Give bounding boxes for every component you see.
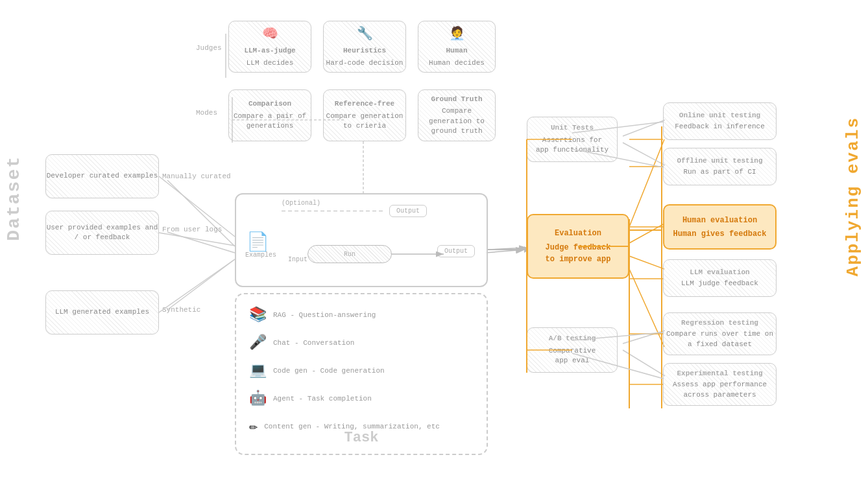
task-item-3: 🤖 Agent - Task completion xyxy=(249,390,440,407)
task-box: Task 📚 RAG - Question-answering 🎤 Chat -… xyxy=(235,293,488,455)
ab-testing-box: A/B testing Comparative app eval xyxy=(527,327,618,373)
judge-llm-title: LLM-as-judge xyxy=(244,46,295,56)
svg-line-23 xyxy=(159,259,235,312)
pipeline-to-eval-arrow xyxy=(488,249,525,250)
pipeline-box: Output (Optional) Examples 📄 Input Run O… xyxy=(235,193,488,287)
task-item-3-icon: 🤖 xyxy=(249,390,267,407)
judge-llm-icon: 🧠 xyxy=(262,25,278,43)
svg-line-22 xyxy=(159,233,235,246)
experimental-testing-box: Experimental testing Assess app performa… xyxy=(663,363,777,406)
svg-line-2 xyxy=(167,259,235,310)
mode-comparison-title: Comparison xyxy=(248,99,291,109)
applying-label: Applying evals xyxy=(843,117,863,276)
judge-heuristics-icon: 🔧 xyxy=(357,25,373,43)
offline-unit-subtitle: Run as part of CI xyxy=(683,167,756,177)
llm-eval-title: LLM evaluation xyxy=(690,268,749,277)
task-item-4-icon: ✏️ xyxy=(249,417,258,435)
svg-line-1 xyxy=(167,232,235,253)
dataset-user-box: User provided examples and / or feedback xyxy=(45,211,159,255)
task-item-2-text: Code gen - Code generation xyxy=(273,367,385,375)
task-item-2: 💻 Code gen - Code generation xyxy=(249,362,440,379)
judge-llm-subtitle: LLM decides xyxy=(247,58,294,68)
online-unit-title: Online unit testing xyxy=(679,111,760,121)
svg-line-11 xyxy=(623,350,665,376)
online-unit-subtitle: Feedback in inference xyxy=(675,122,765,132)
judge-llm-box: 🧠 LLM-as-judge LLM decides xyxy=(228,21,311,73)
judge-human-icon: 🧑‍💼 xyxy=(449,25,465,43)
judge-human-title: Human xyxy=(446,46,467,56)
dataset-label: Dataset xyxy=(4,156,24,241)
svg-line-8 xyxy=(623,120,665,136)
unit-tests-box: Unit Tests Assertions for app functional… xyxy=(527,117,618,162)
judge-heuristics-subtitle: Hard-code decision xyxy=(326,58,404,68)
offline-unit-title: Offline unit testing xyxy=(677,156,762,166)
mode-groundtruth-box: Ground Truth Compare generation to groun… xyxy=(418,89,496,141)
judge-heuristics-title: Heuristics xyxy=(343,46,386,56)
svg-line-4 xyxy=(629,139,664,227)
unit-tests-subtitle: Assertions for app functionality xyxy=(536,135,609,156)
dataset-llm-text: LLM generated examples xyxy=(55,307,149,317)
modes-section-label: Modes xyxy=(196,109,217,117)
unit-tests-title: Unit Tests xyxy=(551,123,594,133)
offline-unit-box: Offline unit testing Run as part of CI xyxy=(663,148,777,185)
mode-referencefree-title: Reference-free xyxy=(335,99,394,109)
eval-subtitle: Judge feedback to improve app xyxy=(546,242,611,265)
svg-line-9 xyxy=(623,143,665,165)
dataset-user-text: User provided examples and / or feedback xyxy=(46,223,158,243)
task-item-3-text: Agent - Task completion xyxy=(273,395,372,403)
eval-title: Evaluation xyxy=(555,228,601,239)
task-item-1-text: Chat - Conversation xyxy=(273,339,354,347)
svg-line-6 xyxy=(629,256,664,269)
svg-line-0 xyxy=(167,180,235,246)
task-item-2-icon: 💻 xyxy=(249,362,267,379)
dataset-user-sublabel: From user logs xyxy=(162,226,222,233)
dataset-developer-box: Developer curated examples xyxy=(45,154,159,198)
dataset-llm-box: LLM generated examples xyxy=(45,290,159,334)
task-item-1: 🎤 Chat - Conversation xyxy=(249,334,440,351)
online-unit-box: Online unit testing Feedback in inferenc… xyxy=(663,102,777,140)
ab-testing-subtitle: Comparative app eval xyxy=(549,346,596,366)
human-eval-box: Human evaluation Human gives feedback xyxy=(663,204,777,250)
task-item-0: 📚 RAG - Question-answering xyxy=(249,306,440,323)
regression-subtitle: Compare runs over time on a fixed datase… xyxy=(664,329,776,349)
task-item-0-icon: 📚 xyxy=(249,306,267,323)
task-item-4: ✏️ Content gen - Writing, summarization,… xyxy=(249,417,440,435)
evaluation-center-box: Evaluation Judge feedback to improve app xyxy=(527,214,629,279)
regression-testing-box: Regression testing Compare runs over tim… xyxy=(663,312,777,355)
mode-groundtruth-title: Ground Truth xyxy=(431,95,482,104)
task-item-1-icon: 🎤 xyxy=(249,334,267,351)
mode-comparison-box: Comparison Compare a pair of generations xyxy=(228,89,311,141)
diagram-container: Dataset Applying evals Judges 🧠 LLM-as-j… xyxy=(0,0,868,492)
experimental-subtitle: Assess app performance across parameters xyxy=(664,380,776,400)
dataset-developer-sublabel: Manually curated xyxy=(162,172,231,180)
judge-human-subtitle: Human decides xyxy=(429,58,485,68)
ab-testing-title: A/B testing xyxy=(549,334,596,344)
experimental-title: Experimental testing xyxy=(677,369,762,379)
human-eval-subtitle: Human gives feedback xyxy=(673,228,766,240)
task-item-4-text: Content gen - Writing, summarization, et… xyxy=(264,423,440,430)
mode-groundtruth-subtitle: Compare generation to ground truth xyxy=(418,106,495,136)
svg-line-5 xyxy=(629,224,664,243)
judges-section-label: Judges xyxy=(196,44,222,52)
mode-comparison-subtitle: Compare a pair of generations xyxy=(229,111,311,132)
regression-title: Regression testing xyxy=(681,318,758,328)
task-items-list: 📚 RAG - Question-answering 🎤 Chat - Conv… xyxy=(249,306,440,435)
human-eval-title: Human evaluation xyxy=(682,215,757,226)
task-item-0-text: RAG - Question-answering xyxy=(273,311,376,319)
dataset-developer-text: Developer curated examples xyxy=(47,171,158,181)
mode-referencefree-box: Reference-free Compare generation to cri… xyxy=(323,89,406,141)
pipeline-svg xyxy=(236,194,487,286)
judge-human-box: 🧑‍💼 Human Human decides xyxy=(418,21,496,73)
svg-line-10 xyxy=(623,331,665,344)
llm-eval-box: LLM evaluation LLM judge feedback xyxy=(663,259,777,297)
llm-eval-subtitle: LLM judge feedback xyxy=(681,279,758,288)
mode-referencefree-subtitle: Compare generation to crieria xyxy=(324,111,405,132)
dataset-llm-sublabel: Synthetic xyxy=(162,306,200,314)
svg-line-7 xyxy=(629,269,664,347)
judge-heuristics-box: 🔧 Heuristics Hard-code decision xyxy=(323,21,406,73)
